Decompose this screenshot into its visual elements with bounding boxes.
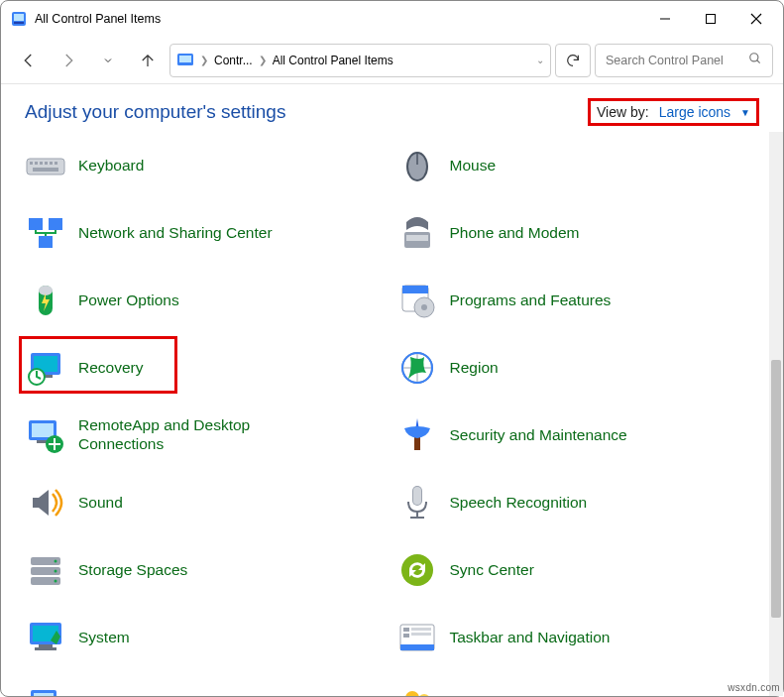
svg-line-10: [757, 60, 760, 63]
chevron-right-icon: ❯: [259, 55, 267, 65]
svg-point-68: [405, 691, 419, 696]
speech-icon: [396, 482, 438, 523]
breadcrumb[interactable]: ❯ Contr... ❯ All Control Panel Items ⌄: [169, 44, 551, 77]
security-icon: [396, 414, 438, 456]
item-sync[interactable]: Sync Center: [396, 548, 760, 592]
item-phone[interactable]: Phone and Modem: [396, 211, 760, 255]
svg-point-9: [750, 54, 758, 61]
svg-rect-60: [400, 644, 434, 650]
svg-rect-14: [40, 162, 43, 165]
svg-rect-1: [14, 14, 24, 21]
svg-rect-24: [39, 236, 53, 248]
item-label: Storage Spaces: [78, 561, 187, 580]
chevron-down-icon: ▼: [740, 107, 750, 118]
breadcrumb-icon: [176, 52, 194, 69]
item-troubleshooting[interactable]: Troubleshooting: [25, 683, 389, 696]
items-grid: Keyboard Mouse Network and Sharing Cente…: [1, 132, 769, 696]
titlebar: All Control Panel Items: [1, 1, 783, 37]
item-label: Programs and Features: [450, 291, 612, 310]
chevron-down-icon[interactable]: ⌄: [536, 55, 544, 65]
item-keyboard[interactable]: Keyboard: [25, 144, 389, 187]
item-label: Speech Recognition: [450, 494, 588, 513]
breadcrumb-part-2[interactable]: All Control Panel Items: [273, 54, 393, 67]
region-icon: [396, 347, 438, 389]
sound-icon: [25, 482, 66, 523]
item-taskbar[interactable]: Taskbar and Navigation: [396, 616, 760, 659]
system-icon: [25, 617, 66, 658]
troubleshooting-icon: [25, 684, 66, 696]
item-power[interactable]: Power Options: [25, 279, 389, 322]
window-title: All Control Panel Items: [35, 12, 161, 26]
svg-rect-40: [32, 423, 54, 437]
programs-icon: [396, 280, 438, 321]
item-recovery[interactable]: Recovery: [25, 346, 389, 390]
item-sound[interactable]: Sound: [25, 481, 389, 524]
minimize-button[interactable]: [642, 3, 688, 35]
item-label: Phone and Modem: [450, 224, 580, 243]
view-by-label: View by:: [597, 104, 649, 120]
svg-rect-22: [29, 218, 43, 230]
svg-point-54: [401, 554, 433, 586]
recovery-icon: [25, 347, 66, 389]
svg-rect-12: [30, 162, 33, 165]
item-remoteapp[interactable]: RemoteApp and Desktop Connections: [25, 413, 389, 457]
svg-rect-23: [49, 218, 62, 230]
item-useraccounts[interactable]: User Accounts: [396, 683, 760, 696]
item-programs[interactable]: Programs and Features: [396, 279, 760, 322]
item-mouse[interactable]: Mouse: [396, 144, 760, 187]
item-label: RemoteApp and Desktop Connections: [78, 416, 306, 453]
svg-rect-62: [403, 634, 409, 638]
phone-icon: [396, 212, 438, 254]
refresh-button[interactable]: [555, 44, 591, 77]
svg-rect-16: [50, 162, 53, 165]
maximize-button[interactable]: [688, 3, 733, 35]
svg-rect-26: [406, 235, 428, 241]
view-by-value: Large icons: [659, 104, 730, 120]
view-by-dropdown[interactable]: View by: Large icons ▼: [588, 98, 759, 126]
close-button[interactable]: [733, 3, 779, 35]
sync-icon: [396, 549, 438, 591]
svg-point-51: [55, 560, 57, 563]
forward-button[interactable]: [51, 43, 86, 78]
scroll-thumb[interactable]: [771, 360, 781, 618]
item-storage[interactable]: Storage Spaces: [25, 548, 389, 592]
svg-rect-57: [39, 644, 53, 647]
item-label: System: [78, 629, 130, 647]
page-title: Adjust your computer's settings: [25, 101, 588, 123]
breadcrumb-part-1[interactable]: Contr...: [214, 54, 253, 67]
taskbar-icon: [396, 617, 438, 658]
item-label: Network and Sharing Center: [78, 224, 273, 243]
toolbar: ❯ Contr... ❯ All Control Panel Items ⌄ S…: [1, 37, 783, 84]
item-system[interactable]: System: [25, 616, 389, 659]
recent-button[interactable]: [90, 43, 126, 78]
storage-icon: [25, 549, 66, 591]
item-label: Sync Center: [450, 561, 534, 580]
network-icon: [25, 212, 66, 254]
header-row: Adjust your computer's settings View by:…: [1, 84, 783, 132]
keyboard-icon: [25, 145, 66, 186]
svg-rect-61: [403, 628, 409, 632]
search-input[interactable]: Search Control Panel: [595, 44, 773, 77]
item-label: Security and Maintenance: [450, 426, 627, 445]
back-button[interactable]: [11, 43, 47, 78]
item-security[interactable]: Security and Maintenance: [396, 413, 760, 457]
svg-rect-66: [34, 693, 54, 696]
remoteapp-icon: [25, 414, 66, 456]
up-button[interactable]: [130, 43, 166, 78]
svg-rect-2: [14, 22, 24, 24]
item-speech[interactable]: Speech Recognition: [396, 481, 760, 524]
svg-rect-17: [55, 162, 57, 165]
chevron-right-icon: ❯: [200, 55, 208, 65]
window: All Control Panel Items ❯ Contr... ❯ All…: [0, 0, 784, 697]
svg-point-53: [55, 580, 57, 583]
item-region[interactable]: Region: [396, 346, 760, 390]
item-label: Sound: [78, 494, 123, 513]
svg-rect-58: [35, 647, 56, 650]
svg-point-52: [55, 570, 57, 573]
watermark: wsxdn.com: [728, 682, 780, 693]
svg-rect-8: [179, 56, 191, 62]
scrollbar[interactable]: [769, 132, 783, 696]
search-icon: [748, 52, 762, 68]
item-label: Recovery: [78, 359, 143, 378]
item-network[interactable]: Network and Sharing Center: [25, 211, 389, 255]
